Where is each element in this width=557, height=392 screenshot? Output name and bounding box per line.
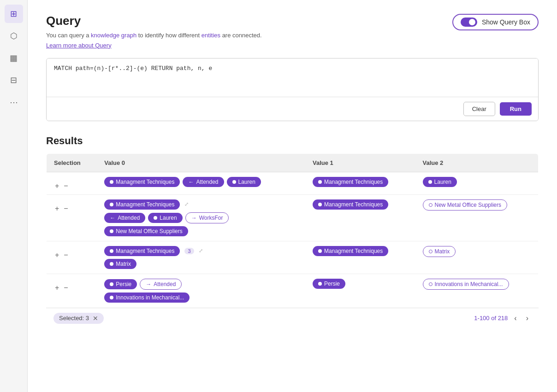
learn-more-link[interactable]: Learn more about Query xyxy=(46,42,112,49)
tag-lauren[interactable]: Lauren xyxy=(148,213,182,223)
tag-persie[interactable]: Persie xyxy=(313,279,345,289)
sidebar-item-more[interactable]: ⋯ xyxy=(5,93,23,111)
tag-row-2: Matrix xyxy=(104,259,298,269)
expand-row-button[interactable]: + xyxy=(54,182,60,190)
dot-icon xyxy=(110,229,113,233)
tag-office-suppliers[interactable]: New Metal Office Suppliers xyxy=(104,226,188,236)
dot-icon xyxy=(429,250,433,253)
selected-count: Selected: 3 xyxy=(59,315,89,322)
tag-label: Lauren xyxy=(238,179,255,185)
value0-cell: Managment Techniques 3 ⤢ Matrix xyxy=(97,241,305,274)
tag-management-techniques[interactable]: Managment Techniques xyxy=(104,177,180,187)
dot-icon xyxy=(428,180,432,184)
dot-icon xyxy=(429,282,433,286)
collapse-row-button[interactable]: − xyxy=(63,284,69,292)
tag-row: New Metal Office Suppliers xyxy=(423,199,531,211)
table-row: + − Managment Techniques xyxy=(47,172,539,194)
run-button[interactable]: Run xyxy=(500,102,532,116)
sidebar-item-chart[interactable]: ▦ xyxy=(5,49,23,67)
tag-innovations[interactable]: Innovations in Mechanical... xyxy=(104,293,190,303)
arrow-icon: ← xyxy=(110,215,115,221)
collapse-row-button[interactable]: − xyxy=(63,252,69,259)
value2-cell: Matrix xyxy=(415,241,539,274)
tag-row: Managment Techniques 3 ⤢ xyxy=(104,246,298,256)
query-box: MATCH path=(n)-[r*..2]-(e) RETURN path, … xyxy=(46,58,539,121)
expand-icon[interactable]: ⤢ xyxy=(184,201,189,207)
sidebar-item-graph[interactable]: ⬡ xyxy=(5,27,23,45)
expand-row-button[interactable]: + xyxy=(54,205,60,212)
tag-label: Managment Techniques xyxy=(116,201,174,208)
tag-management-techniques[interactable]: Managment Techniques xyxy=(313,177,388,187)
tag-row: Managment Techniques xyxy=(313,246,408,256)
value1-cell: Managment Techniques xyxy=(305,241,415,274)
table-body: + − Managment Techniques xyxy=(47,172,539,307)
tag-label: New Metal Office Suppliers xyxy=(116,228,183,234)
dot-icon xyxy=(110,296,113,299)
dot-icon xyxy=(110,262,113,266)
tag-row: Innovations in Mechanical... xyxy=(423,279,531,290)
dot-icon xyxy=(232,180,236,184)
tag-label: Managment Techniques xyxy=(116,179,174,185)
dot-icon xyxy=(154,216,157,220)
tag-lauren[interactable]: Lauren xyxy=(227,177,261,187)
tag-row-2: ← Attended Lauren → WorksFor xyxy=(104,212,298,223)
value1-cell: Managment Techniques xyxy=(305,194,415,241)
tag-row: Managment Techniques xyxy=(313,199,408,210)
tag-management-techniques[interactable]: Managment Techniques xyxy=(313,199,388,210)
grid-icon: ⊟ xyxy=(10,75,17,85)
table-row: + − Persie → xyxy=(47,274,539,307)
tag-innovations-outline[interactable]: Innovations in Mechanical... xyxy=(423,279,509,290)
tag-attended-arrow[interactable]: ← Attended xyxy=(104,213,145,223)
tag-persie[interactable]: Persie xyxy=(104,279,137,289)
dot-icon xyxy=(318,180,322,184)
tag-lauren[interactable]: Lauren xyxy=(423,177,457,187)
value1-cell: Persie xyxy=(305,274,415,307)
tag-management-techniques[interactable]: Managment Techniques xyxy=(104,246,180,256)
expand-icon[interactable]: ⤢ xyxy=(199,248,203,254)
show-query-toggle[interactable]: Show Query Box xyxy=(452,14,539,30)
chart-icon: ▦ xyxy=(10,53,18,63)
col-value1: Value 1 xyxy=(305,153,415,172)
arrow-icon: → xyxy=(146,281,151,287)
sidebar-item-grid[interactable]: ⊟ xyxy=(5,71,23,89)
tag-office-suppliers-outline[interactable]: New Metal Office Suppliers xyxy=(423,199,508,211)
query-textarea[interactable]: MATCH path=(n)-[r*..2]-(e) RETURN path, … xyxy=(47,59,538,95)
bottom-bar: Selected: 3 ✕ 1-100 of 218 ‹ › xyxy=(46,308,539,328)
more-icon: ⋯ xyxy=(10,97,18,107)
tag-matrix[interactable]: Matrix xyxy=(104,259,136,269)
collapse-row-button[interactable]: − xyxy=(63,205,69,212)
results-table: Selection Value 0 Value 1 Value 2 + − xyxy=(46,153,539,308)
collapse-row-button[interactable]: − xyxy=(63,182,69,190)
tag-row: Managment Techniques ⤢ xyxy=(104,199,298,210)
expand-row-button[interactable]: + xyxy=(54,252,60,259)
results-title: Results xyxy=(46,135,539,147)
expand-row-button[interactable]: + xyxy=(54,284,60,292)
tag-attended-outline-arrow[interactable]: → Attended xyxy=(140,279,182,290)
value1-cell: Managment Techniques xyxy=(305,172,415,194)
tag-row: Persie xyxy=(313,279,408,289)
tag-worksfor-arrow[interactable]: → WorksFor xyxy=(185,212,229,223)
knowledge-link[interactable]: knowledge graph xyxy=(91,32,136,39)
tag-matrix-outline[interactable]: Matrix xyxy=(423,246,456,257)
dot-icon xyxy=(318,282,322,286)
clear-selection-button[interactable]: ✕ xyxy=(93,315,98,322)
tag-management-techniques[interactable]: Managment Techniques xyxy=(104,199,180,210)
tag-attended-arrow[interactable]: ← Attended xyxy=(183,177,224,187)
clear-button[interactable]: Clear xyxy=(463,102,495,116)
value0-cell: Managment Techniques ← Attended Lauren xyxy=(97,172,305,194)
prev-page-button[interactable]: ‹ xyxy=(511,313,519,323)
sidebar-item-table[interactable]: ⊞ xyxy=(5,5,23,23)
next-page-button[interactable]: › xyxy=(523,313,531,323)
table-row: + − Managment Techniques 3 xyxy=(47,241,539,274)
tag-label: Innovations in Mechanical... xyxy=(116,294,184,301)
tag-label: Attended xyxy=(196,179,218,185)
tag-management-techniques[interactable]: Managment Techniques xyxy=(313,246,388,256)
tag-label: Attended xyxy=(154,281,176,287)
tag-row: Managment Techniques ← Attended Lauren xyxy=(104,177,298,187)
entities-link[interactable]: entities xyxy=(201,32,220,39)
toggle-switch[interactable] xyxy=(461,18,477,27)
value2-cell: New Metal Office Suppliers xyxy=(415,194,539,241)
tag-label: Innovations in Mechanical... xyxy=(435,281,503,287)
value2-cell: Lauren xyxy=(415,172,539,194)
header-left: Query You can query a knowledge graph to… xyxy=(46,14,262,49)
